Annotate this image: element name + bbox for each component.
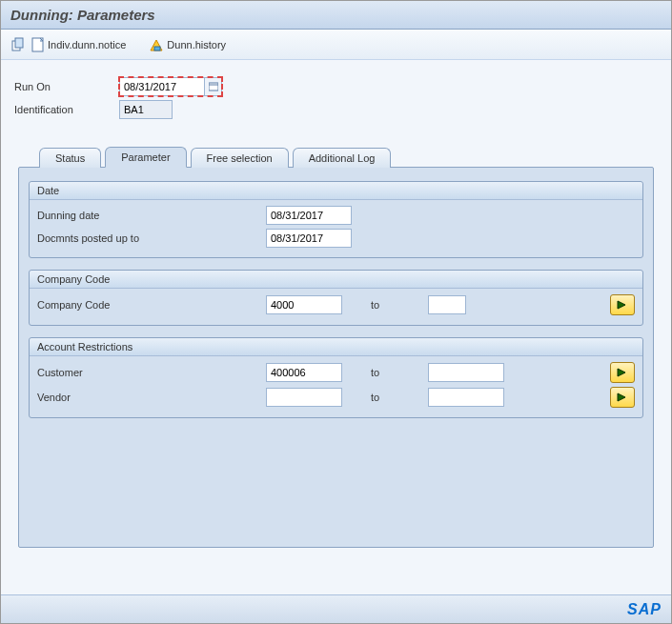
run-on-date-wrap xyxy=(119,77,222,96)
group-date-header: Date xyxy=(30,182,642,200)
group-company-header: Company Code xyxy=(30,271,642,289)
svg-marker-7 xyxy=(618,301,625,309)
company-code-to-label: to xyxy=(371,299,428,311)
tab-strip: Status Parameter Free selection Addition… xyxy=(14,146,658,167)
customer-to-label: to xyxy=(371,367,428,378)
tab-status[interactable]: Status xyxy=(39,148,101,168)
toolbar: Indiv.dunn.notice Dunn.history xyxy=(1,30,671,60)
posted-up-to-label: Docmnts posted up to xyxy=(37,232,266,244)
content-area: Run On Identification Status Parameter F… xyxy=(1,60,671,623)
company-code-from-input[interactable] xyxy=(266,295,342,314)
company-code-multiselect-button[interactable] xyxy=(610,294,635,315)
group-date: Date Dunning date Docmnts posted up to xyxy=(29,181,643,258)
tab-free-selection[interactable]: Free selection xyxy=(191,148,289,168)
svg-marker-8 xyxy=(618,369,625,376)
indiv-dunn-notice-button[interactable]: Indiv.dunn.notice xyxy=(31,37,126,52)
parameter-panel: Date Dunning date Docmnts posted up to C… xyxy=(18,167,654,548)
vendor-to-label: to xyxy=(371,392,428,403)
dunn-history-button[interactable]: Dunn.history xyxy=(149,37,226,52)
customer-multiselect-button[interactable] xyxy=(610,362,635,383)
vendor-from-input[interactable] xyxy=(266,388,342,407)
svg-marker-9 xyxy=(618,393,625,401)
vendor-multiselect-button[interactable] xyxy=(610,387,635,408)
copy-icon xyxy=(10,37,26,52)
posted-up-to-input[interactable] xyxy=(266,229,352,248)
svg-rect-4 xyxy=(154,47,160,50)
vendor-to-input[interactable] xyxy=(428,388,504,407)
vendor-label: Vendor xyxy=(37,392,266,403)
date-picker-button[interactable] xyxy=(205,77,222,96)
history-icon xyxy=(149,37,164,52)
tab-additional-log[interactable]: Additional Log xyxy=(293,148,392,168)
run-on-label: Run On xyxy=(14,81,119,92)
title-bar: Dunning: Parameters xyxy=(1,1,671,30)
app-window: Dunning: Parameters Indiv.dunn.notice Du… xyxy=(0,0,672,624)
footer: SAP xyxy=(1,594,671,623)
tab-parameter[interactable]: Parameter xyxy=(105,147,186,168)
copy-button[interactable] xyxy=(10,37,26,52)
dunning-date-input[interactable] xyxy=(266,206,352,225)
run-on-input[interactable] xyxy=(119,77,205,96)
group-account-restrictions: Account Restrictions Customer to xyxy=(29,337,643,418)
identification-row: Identification xyxy=(14,100,658,119)
svg-rect-1 xyxy=(15,38,23,48)
dunning-date-label: Dunning date xyxy=(37,210,266,221)
arrow-right-icon xyxy=(616,392,629,403)
arrow-right-icon xyxy=(616,367,629,378)
customer-to-input[interactable] xyxy=(428,363,504,382)
calendar-icon xyxy=(209,82,218,91)
document-icon xyxy=(31,37,45,52)
sap-logo: SAP xyxy=(627,601,662,618)
identification-input[interactable] xyxy=(119,100,173,119)
customer-from-input[interactable] xyxy=(266,363,342,382)
arrow-right-icon xyxy=(616,299,629,311)
company-code-to-input[interactable] xyxy=(428,295,466,314)
customer-label: Customer xyxy=(37,367,266,378)
group-account-header: Account Restrictions xyxy=(30,338,642,356)
identification-label: Identification xyxy=(14,104,119,115)
history-label: Dunn.history xyxy=(167,39,226,50)
run-on-row: Run On xyxy=(14,77,658,96)
svg-rect-5 xyxy=(209,83,218,91)
page-title: Dunning: Parameters xyxy=(10,7,155,23)
group-company-code: Company Code Company Code to xyxy=(29,270,643,326)
company-code-label: Company Code xyxy=(37,299,266,311)
indiv-label: Indiv.dunn.notice xyxy=(48,39,126,50)
